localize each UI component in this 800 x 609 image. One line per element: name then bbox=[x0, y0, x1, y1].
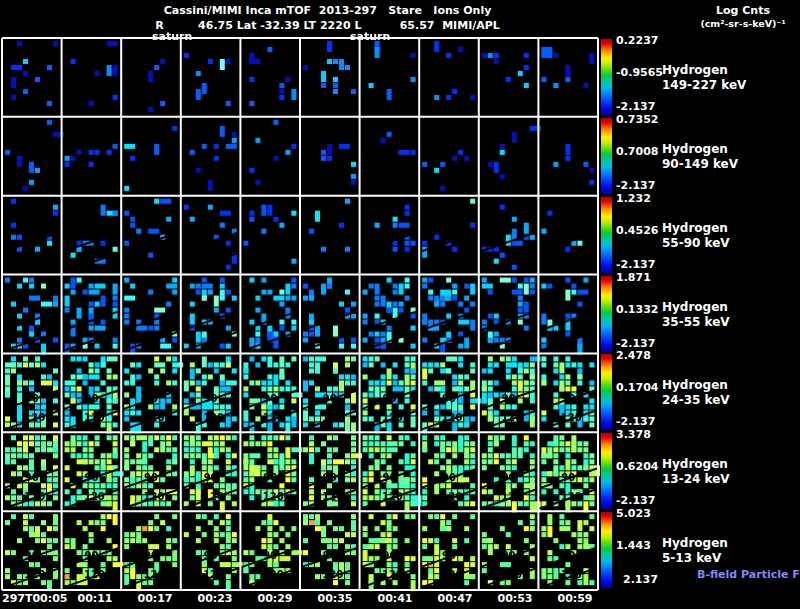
species-label: Hydrogen bbox=[662, 300, 728, 314]
panel-sidebar-6: 5.023 1.443 2.137 Hydrogen 5-13 keV B-fi… bbox=[600, 511, 800, 590]
time-tick-label: 297T00:05 bbox=[2, 592, 67, 605]
scale-min-value: 2.137 bbox=[616, 573, 658, 586]
species-label: Hydrogen bbox=[662, 536, 728, 550]
energy-range-label: 13-24 keV bbox=[662, 472, 730, 486]
time-tick-label: 00:17 bbox=[137, 592, 172, 605]
species-label: Hydrogen bbox=[662, 221, 728, 235]
scale-mid-value: 0.1704 bbox=[616, 381, 658, 394]
panel-sidebar-5: 3.378 0.6204 -2.137 Hydrogen 13-24 keV bbox=[600, 432, 800, 511]
species-label: Hydrogen bbox=[662, 378, 728, 392]
colorbar bbox=[601, 197, 612, 273]
spectrogram-canvas bbox=[0, 36, 600, 592]
scale-mid-value: 1.443 bbox=[616, 539, 651, 552]
energy-range-label: 35-55 keV bbox=[662, 315, 730, 329]
colorbar-units-subtitle: (cm²-sr-s-keV)⁻¹ bbox=[688, 18, 798, 29]
scale-max-value: 0.7352 bbox=[616, 113, 658, 126]
time-tick-label: 00:41 bbox=[377, 592, 412, 605]
species-label: Hydrogen bbox=[662, 63, 728, 77]
bfield-label: B-field Particle Flow bbox=[697, 568, 800, 581]
colorbar bbox=[601, 276, 612, 352]
scale-max-value: 0.2237 bbox=[616, 34, 658, 47]
time-tick-label: 00:53 bbox=[497, 592, 532, 605]
energy-range-label: 24-35 keV bbox=[662, 393, 730, 407]
time-tick-label: 00:29 bbox=[257, 592, 292, 605]
colorbar-units-title: Log Cnts bbox=[688, 4, 798, 17]
scale-max-value: 1.232 bbox=[616, 192, 651, 205]
scale-mid-value: 0.4526 bbox=[616, 224, 658, 237]
species-label: Hydrogen bbox=[662, 457, 728, 471]
energy-range-label: 5-13 keV bbox=[662, 551, 721, 565]
energy-range-label: 55-90 keV bbox=[662, 236, 730, 250]
energy-range-label: 90-149 keV bbox=[662, 157, 738, 171]
scale-min-value: -2.137 bbox=[616, 258, 655, 271]
energy-range-label: 149-227 keV bbox=[662, 78, 746, 92]
species-label: Hydrogen bbox=[662, 142, 728, 156]
time-tick-label: 00:23 bbox=[197, 592, 232, 605]
colorbar bbox=[601, 354, 612, 430]
scale-min-value: -2.137 bbox=[616, 415, 655, 428]
scale-mid-value: -0.9565 bbox=[616, 66, 663, 79]
scale-mid-value: 0.7008 bbox=[616, 145, 658, 158]
scale-max-value: 3.378 bbox=[616, 428, 651, 441]
colorbar bbox=[601, 512, 612, 588]
panel-sidebar-0: 0.2237 -0.9565 -2.137 Hydrogen 149-227 k… bbox=[600, 38, 800, 117]
time-tick-label: 00:47 bbox=[437, 592, 472, 605]
scale-min-value: -2.137 bbox=[616, 179, 655, 192]
colorbar bbox=[601, 118, 612, 194]
scale-min-value: -2.137 bbox=[616, 100, 655, 113]
ephemeris-line: R 46.75 Lat -32.39 LT 2220 L 65.57 MIMI/… bbox=[0, 19, 655, 32]
scale-max-value: 1.871 bbox=[616, 271, 651, 284]
page-title: Cassini/MIMI Inca mTOF 2013-297 Stare Io… bbox=[0, 4, 655, 17]
time-tick-label: 00:11 bbox=[77, 592, 112, 605]
colorbar bbox=[601, 433, 612, 509]
scale-mid-value: 0.6204 bbox=[616, 460, 658, 473]
time-tick-label: 00:35 bbox=[317, 592, 352, 605]
panel-sidebar-3: 1.871 0.1332 -2.137 Hydrogen 35-55 keV bbox=[600, 275, 800, 354]
scale-mid-value: 0.1332 bbox=[616, 303, 658, 316]
panel-sidebar-4: 2.478 0.1704 -2.137 Hydrogen 24-35 keV bbox=[600, 353, 800, 432]
panel-sidebar-1: 0.7352 0.7008 -2.137 Hydrogen 90-149 keV bbox=[600, 117, 800, 196]
saturn-marker-right: saturn bbox=[350, 30, 390, 43]
colorbar bbox=[601, 39, 612, 115]
scale-max-value: 2.478 bbox=[616, 349, 651, 362]
scale-max-value: 5.023 bbox=[616, 507, 651, 520]
time-tick-label: 00:59 bbox=[557, 592, 592, 605]
mimi-display-window: Cassini/MIMI Inca mTOF 2013-297 Stare Io… bbox=[0, 0, 800, 609]
scale-min-value: -2.137 bbox=[616, 494, 655, 507]
panel-sidebar-2: 1.232 0.4526 -2.137 Hydrogen 55-90 keV bbox=[600, 196, 800, 275]
saturn-marker-left: saturn bbox=[152, 30, 192, 43]
